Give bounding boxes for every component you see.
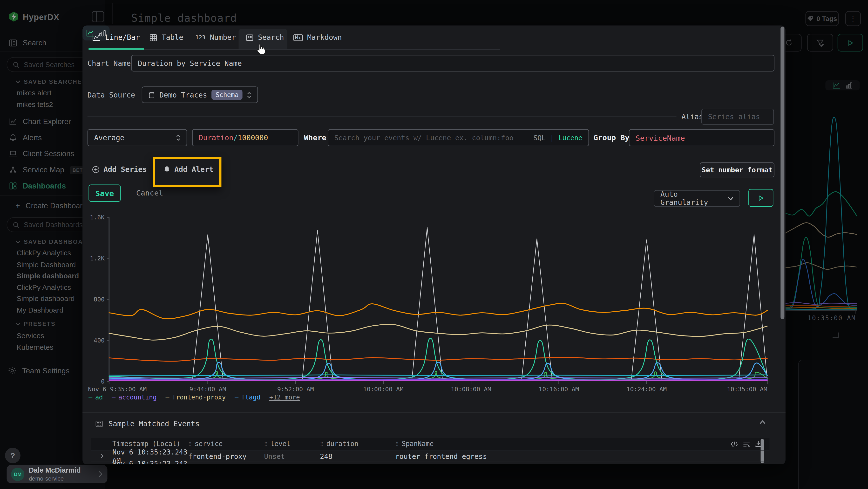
svg-text:Nov 6 9:35:00 AM: Nov 6 9:35:00 AM [88, 386, 147, 393]
drag-handle-icon[interactable]: ⠿ [395, 442, 399, 447]
svg-text:10:35:00 AM: 10:35:00 AM [727, 386, 767, 393]
avatar: DM [11, 467, 24, 481]
sample-events-header[interactable]: Sample Matched Events [95, 420, 199, 428]
cell-spanname: router frontend egress [395, 452, 769, 460]
column-header-level[interactable]: ⠿level [264, 440, 320, 448]
svg-text:1.6K: 1.6K [90, 214, 105, 221]
chevron-right-icon [98, 471, 103, 477]
drag-handle-icon[interactable]: ⠿ [320, 442, 323, 447]
column-header-service[interactable]: ⠿service [188, 440, 264, 448]
chart-legend: —ad —accounting —frontend-proxy —flagd +… [89, 394, 300, 401]
section-divider [83, 412, 785, 413]
user-org: demo-service - [29, 475, 94, 482]
events-table-header: Timestamp (Local) ⠿service ⠿level ⠿durat… [91, 438, 770, 450]
column-header-spanname[interactable]: ⠿SpanName [395, 440, 731, 448]
help-button[interactable]: ? [5, 448, 21, 463]
legend-dash-icon: — [89, 394, 92, 401]
svg-text:10:08:00 AM: 10:08:00 AM [451, 386, 491, 393]
event-row[interactable]: Nov 6 10:35:23.243 AM frontend-proxy Uns… [91, 450, 770, 461]
log-list-icon [95, 420, 103, 427]
cell-service: frontend-proxy [188, 452, 264, 460]
legend-item[interactable]: —accounting [112, 394, 156, 401]
svg-text:9:44:00 AM: 9:44:00 AM [189, 386, 226, 393]
column-header-timestamp[interactable]: Timestamp (Local) [112, 440, 188, 448]
expand-row-chevron[interactable] [91, 453, 112, 459]
legend-dash-icon: — [165, 394, 169, 401]
mouse-cursor [254, 42, 268, 56]
svg-text:0: 0 [101, 378, 105, 385]
svg-text:10:00:00 AM: 10:00:00 AM [363, 386, 403, 393]
cell-level: Unset [264, 452, 320, 460]
cell-service: frontend-proxy [188, 464, 264, 464]
legend-item[interactable]: —ad [89, 394, 103, 401]
app-root: HyperDX Search Saved Searches SAVED SEAR… [0, 0, 868, 489]
svg-text:10:24:00 AM: 10:24:00 AM [626, 386, 667, 393]
column-header-duration[interactable]: ⠿duration [320, 440, 395, 448]
cell-level: Unset [264, 464, 320, 464]
modal-scrollbar[interactable] [780, 27, 784, 319]
svg-text:1.2K: 1.2K [90, 255, 105, 262]
wrap-text-icon[interactable] [743, 441, 750, 447]
legend-item[interactable]: —flagd [235, 394, 260, 401]
cell-duration: 248 [320, 464, 395, 464]
svg-text:9:52:00 AM: 9:52:00 AM [277, 386, 314, 393]
cell-timestamp: Nov 6 10:35:23.243 AM [112, 459, 188, 464]
event-row[interactable]: Nov 6 10:35:23.243 AM frontend-proxy Uns… [91, 462, 770, 464]
cell-duration: 248 [320, 452, 395, 460]
user-name: Dale McDiarmid [29, 467, 94, 475]
code-view-icon[interactable] [731, 441, 738, 447]
svg-text:800: 800 [94, 296, 105, 303]
annotation-highlight-box [153, 157, 222, 187]
legend-more-link[interactable]: +12 more [269, 394, 300, 401]
collapse-section-chevron[interactable] [760, 420, 766, 424]
svg-text:10:16:00 AM: 10:16:00 AM [539, 386, 579, 393]
cell-spanname: router frontend egress [395, 464, 769, 464]
drag-handle-icon[interactable]: ⠿ [188, 442, 192, 447]
edit-chart-modal: Line/Bar Table 123 Number Search M↓ Mark… [83, 26, 785, 464]
user-menu[interactable]: DM Dale McDiarmid demo-service - [7, 465, 107, 483]
legend-dash-icon: — [235, 394, 239, 401]
svg-text:400: 400 [94, 337, 105, 344]
drag-handle-icon[interactable]: ⠿ [264, 442, 268, 447]
legend-dash-icon: — [112, 394, 116, 401]
legend-item[interactable]: —frontend-proxy [165, 394, 226, 401]
